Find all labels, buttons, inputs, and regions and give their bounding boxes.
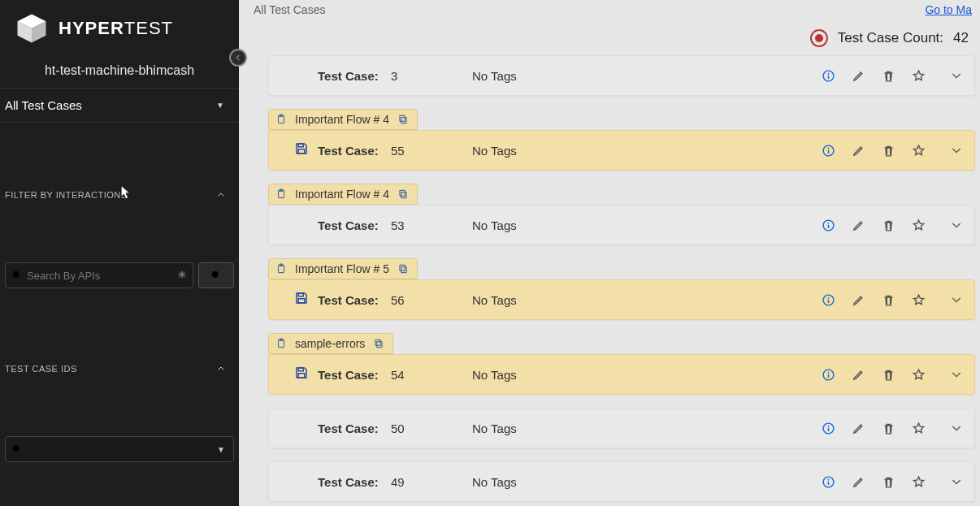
row-actions (822, 475, 963, 489)
caret-down-icon: ▼ (216, 101, 224, 110)
filter-ip-header[interactable]: IP ADDRESS (5, 475, 234, 506)
goto-link[interactable]: Go to Ma (925, 3, 972, 16)
test-case-row[interactable]: Test Case:54No Tags (268, 354, 975, 395)
save-icon[interactable] (294, 365, 309, 383)
flow-name: Important Flow # 4 (295, 188, 389, 201)
copy-icon[interactable] (397, 263, 409, 275)
star-icon[interactable] (912, 293, 926, 307)
test-case-list[interactable]: Test Case:3No TagsImportant Flow # 4Test… (239, 55, 980, 506)
expand-icon[interactable] (950, 218, 963, 231)
edit-icon[interactable] (852, 69, 865, 83)
chevron-up-icon (216, 134, 226, 256)
star-icon[interactable] (912, 475, 926, 489)
expand-icon[interactable] (950, 475, 963, 488)
row-actions (822, 144, 963, 158)
copy-icon[interactable] (397, 188, 409, 200)
case-label: Test Case: (318, 368, 391, 382)
ids-select[interactable]: ▼ (5, 436, 234, 462)
record-button[interactable] (810, 29, 828, 47)
chevron-left-icon (234, 54, 242, 62)
test-case-group: Test Case:50No Tags (268, 408, 975, 448)
delete-icon[interactable] (882, 475, 895, 489)
case-tags: No Tags (440, 69, 822, 83)
filter-ids-title: TEST CASE IDS (5, 364, 77, 374)
search-apis-input[interactable] (24, 270, 176, 282)
star-icon[interactable] (912, 368, 926, 382)
copy-icon[interactable] (397, 114, 409, 125)
test-case-group: Important Flow # 4Test Case:53No Tags (268, 184, 975, 245)
edit-icon[interactable] (852, 422, 865, 435)
filter-ids: TEST CASE IDS ▼ (0, 296, 239, 467)
count-value: 42 (953, 30, 969, 46)
star-icon[interactable] (912, 144, 926, 158)
copy-icon[interactable] (373, 338, 384, 349)
search-apis-field[interactable] (5, 262, 193, 288)
edit-icon[interactable] (852, 293, 865, 307)
delete-icon[interactable] (882, 69, 895, 83)
breadcrumb: All Test Cases (254, 3, 325, 16)
edit-icon[interactable] (852, 144, 865, 158)
test-case-group: Test Case:3No Tags (268, 55, 975, 96)
expand-icon[interactable] (950, 144, 963, 157)
delete-icon[interactable] (882, 293, 895, 307)
clipboard-icon (275, 263, 287, 275)
brand-light: TEST (124, 18, 173, 38)
filter-ids-header[interactable]: TEST CASE IDS (5, 305, 234, 436)
expand-icon[interactable] (950, 368, 963, 381)
delete-icon[interactable] (882, 368, 895, 382)
test-case-row[interactable]: Test Case:50No Tags (268, 408, 975, 448)
test-case-row[interactable]: Test Case:55No Tags (268, 130, 975, 171)
info-icon[interactable] (822, 69, 835, 83)
row-actions (822, 69, 963, 83)
edit-icon[interactable] (852, 218, 865, 232)
test-case-row[interactable]: Test Case:3No Tags (268, 55, 975, 96)
clipboard-icon (275, 188, 287, 200)
spark-icon[interactable] (176, 269, 188, 283)
star-icon[interactable] (912, 69, 926, 83)
flow-chip[interactable]: Important Flow # 4 (268, 184, 418, 205)
test-case-row[interactable]: Test Case:56No Tags (268, 279, 975, 320)
case-tags: No Tags (440, 475, 822, 489)
save-icon[interactable] (294, 291, 309, 309)
save-slot (285, 141, 318, 159)
info-icon[interactable] (822, 293, 835, 307)
caret-down-icon: ▼ (217, 445, 225, 454)
star-icon[interactable] (912, 422, 926, 435)
info-icon[interactable] (822, 475, 835, 489)
search-apis-button[interactable] (198, 262, 234, 288)
case-tags: No Tags (440, 218, 822, 232)
case-label: Test Case: (318, 293, 391, 307)
machine-name: ht-test-machine-bhimcash (0, 54, 239, 89)
case-id: 55 (391, 144, 440, 158)
star-icon[interactable] (912, 218, 926, 232)
flow-chip[interactable]: Important Flow # 4 (268, 109, 418, 130)
case-label: Test Case: (318, 144, 391, 158)
test-case-row[interactable]: Test Case:49No Tags (268, 461, 975, 502)
info-icon[interactable] (822, 218, 835, 232)
flow-chip[interactable]: Important Flow # 5 (268, 258, 418, 279)
case-tags: No Tags (440, 144, 822, 158)
info-icon[interactable] (822, 368, 835, 382)
view-select[interactable]: All Test Cases ▼ (0, 89, 239, 123)
info-icon[interactable] (822, 144, 835, 158)
edit-icon[interactable] (852, 475, 865, 489)
case-tags: No Tags (440, 368, 822, 382)
save-slot (285, 365, 318, 383)
delete-icon[interactable] (882, 218, 895, 232)
clipboard-icon (275, 114, 287, 125)
expand-icon[interactable] (950, 422, 963, 435)
delete-icon[interactable] (882, 422, 895, 435)
test-case-row[interactable]: Test Case:53No Tags (268, 205, 975, 245)
info-icon[interactable] (822, 422, 835, 435)
filter-interactions-header[interactable]: FILTER BY INTERACTIONS (5, 131, 234, 262)
expand-icon[interactable] (950, 69, 963, 82)
flow-chip[interactable]: sample-errors (268, 333, 393, 354)
edit-icon[interactable] (852, 368, 865, 382)
case-label: Test Case: (318, 218, 391, 232)
save-icon[interactable] (294, 141, 309, 159)
clipboard-icon (275, 338, 287, 349)
delete-icon[interactable] (882, 144, 895, 158)
row-actions (822, 218, 963, 232)
sidebar-collapse-button[interactable] (229, 49, 247, 67)
expand-icon[interactable] (950, 293, 963, 306)
